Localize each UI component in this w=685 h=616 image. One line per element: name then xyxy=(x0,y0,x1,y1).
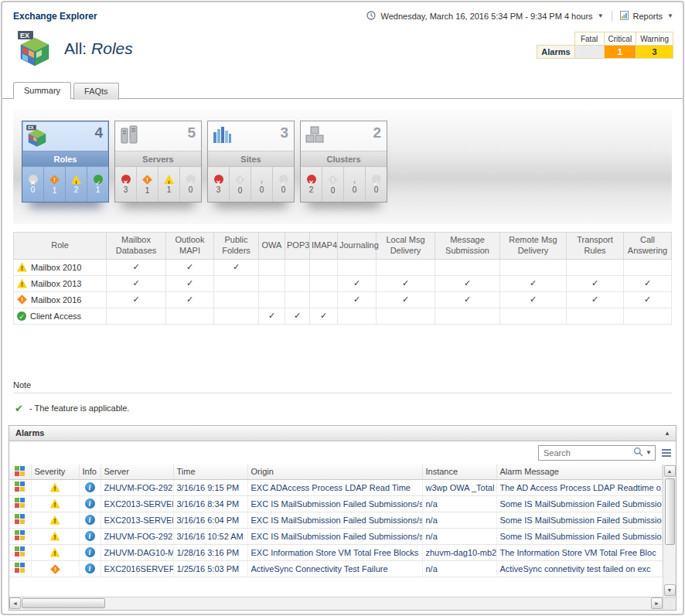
servers-normal-alarms[interactable]: 0 xyxy=(179,167,201,202)
clusters-fatal-alarms[interactable]: 2 xyxy=(301,167,322,202)
col-mailbox-databases: Mailbox Databases xyxy=(107,233,166,260)
applicable-check-icon xyxy=(13,403,25,414)
collapse-panel-icon[interactable]: ▲ xyxy=(664,430,670,437)
col-server[interactable]: Server xyxy=(101,465,173,480)
tile-label-sites: Sites xyxy=(208,151,294,166)
info-icon[interactable] xyxy=(85,563,95,573)
fatal-count-cell[interactable] xyxy=(574,46,604,59)
time-range-selector[interactable]: Wednesday, March 16, 2016 5:34 PM - 9:34… xyxy=(380,12,592,21)
alarm-summary-table: Fatal Critical Warning Alarms 1 3 xyxy=(537,32,673,59)
sites-critical-alarms[interactable]: 0 xyxy=(229,167,250,202)
col-transport-rules: Transport Rules xyxy=(567,233,624,260)
exchange-explorer-window: Exchange Explorer Wednesday, March 16, 2… xyxy=(1,1,684,615)
role-mailbox-2010[interactable]: Mailbox 2010 xyxy=(14,263,106,272)
col-instance[interactable]: Instance xyxy=(422,465,496,480)
chevron-down-icon[interactable]: ▼ xyxy=(598,13,604,19)
info-icon[interactable] xyxy=(85,547,95,557)
role-client-access[interactable]: Client Access xyxy=(14,311,106,321)
tile-roles[interactable]: EX 4 Roles 0 1 2 1 xyxy=(22,121,109,202)
vertical-scrollbar[interactable]: ▲ ▼ xyxy=(663,465,676,597)
page-title-name: Roles xyxy=(91,39,133,57)
col-role: Role xyxy=(14,233,107,260)
col-origin[interactable]: Origin xyxy=(247,465,422,480)
alarm-origin: EXC IS MailSubmission Failed Submissions… xyxy=(247,495,422,512)
col-owa: OWA xyxy=(259,233,285,260)
warning-icon xyxy=(50,548,60,557)
alarm-instance: n/a xyxy=(422,495,496,512)
horizontal-scrollbar[interactable]: ◄ ► xyxy=(9,597,663,610)
roles-warning-alarms[interactable]: 2 xyxy=(65,167,87,202)
exchange-icon xyxy=(15,466,25,476)
col-outlook-mapi: Outlook MAPI xyxy=(166,233,214,260)
note-legend-text: - The feature is applicable. xyxy=(29,403,129,413)
alarm-row[interactable]: ZHUVM-DAG10-MB2 1/28/16 3:16 PM EXC Info… xyxy=(9,544,663,560)
alarm-server: EXC2016SERVER xyxy=(101,560,173,577)
warning-icon xyxy=(50,483,60,492)
clusters-normal-alarms[interactable]: 0 xyxy=(365,167,387,202)
alarm-instance: zhuvm-dag10-mb2 xyxy=(422,544,496,560)
time-range-icon xyxy=(366,11,376,22)
chevron-down-icon[interactable]: ▼ xyxy=(667,13,673,19)
alarm-time: 3/16/16 6:04 PM xyxy=(173,512,247,528)
scroll-right-button[interactable]: ► xyxy=(651,597,663,609)
col-alarm-message[interactable]: Alarm Message xyxy=(496,465,663,480)
role-mailbox-2013[interactable]: Mailbox 2013 xyxy=(14,279,106,288)
clusters-count: 2 xyxy=(373,124,381,141)
sites-normal-alarms[interactable]: 0 xyxy=(272,167,294,202)
reports-menu[interactable]: Reports xyxy=(633,12,663,21)
alarm-server: ZHUVM-FOG-2927 xyxy=(101,479,173,495)
alarm-message: The Information Store VM Total Free Bloc xyxy=(496,544,663,560)
info-icon[interactable] xyxy=(85,515,95,525)
roles-count: 4 xyxy=(94,124,103,141)
alarm-row[interactable]: ZHUVM-FOG-2927 3/16/16 10:52 AM EXC IS M… xyxy=(9,528,663,544)
search-icon[interactable] xyxy=(633,446,643,460)
exchange-icon xyxy=(15,482,25,492)
table-options-icon[interactable] xyxy=(662,449,671,457)
tab-faqts[interactable]: FAQts xyxy=(73,83,119,100)
alarm-row[interactable]: ZHUVM-FOG-2927 3/16/16 9:15 PM EXC ADAcc… xyxy=(9,479,663,495)
alarm-message: ActiveSync connetivity test failed on ex… xyxy=(496,560,663,577)
col-select-icon[interactable] xyxy=(9,465,31,480)
servers-critical-alarms[interactable]: 1 xyxy=(136,167,158,202)
alarm-row[interactable]: EXC2013-SERVER 3/16/16 8:34 PM EXC IS Ma… xyxy=(9,495,663,512)
role-mailbox-2016[interactable]: Mailbox 2016 xyxy=(14,294,106,305)
alarm-message: The AD Access Process LDAP Readtime o xyxy=(496,479,663,495)
tile-servers[interactable]: 5 Servers 3 1 1 0 xyxy=(114,121,202,202)
search-box[interactable]: ▼ xyxy=(538,445,656,461)
alarm-instance: w3wp OWA _Total xyxy=(422,479,496,495)
scroll-down-button[interactable]: ▼ xyxy=(664,584,676,596)
tab-summary[interactable]: Summary xyxy=(13,82,71,99)
roles-normal-alarms[interactable]: 1 xyxy=(87,167,108,202)
roles-fatal-alarms[interactable]: 0 xyxy=(22,167,43,202)
col-severity[interactable]: Severity xyxy=(31,465,79,480)
tile-clusters[interactable]: 2 Clusters 2 0 0 0 xyxy=(300,121,387,202)
critical-header: Critical xyxy=(604,32,636,46)
warning-icon xyxy=(257,175,267,184)
servers-warning-alarms[interactable]: 1 xyxy=(158,167,179,202)
servers-fatal-alarms[interactable]: 3 xyxy=(115,167,136,202)
col-info[interactable]: Info xyxy=(79,465,101,480)
col-time[interactable]: Time xyxy=(173,465,247,480)
sites-fatal-alarms[interactable]: 3 xyxy=(208,167,229,202)
critical-count-cell[interactable]: 1 xyxy=(604,46,636,59)
fatal-icon xyxy=(29,175,38,184)
tile-sites[interactable]: 3 Sites 3 0 0 0 xyxy=(207,121,295,202)
alarm-row[interactable]: EXC2016SERVER 1/25/16 5:03 PM ActiveSync… xyxy=(9,560,663,577)
alarm-row[interactable]: EXC2013-SERVER 3/16/16 6:04 PM EXC IS Ma… xyxy=(9,512,663,528)
clusters-critical-alarms[interactable]: 0 xyxy=(322,167,343,202)
clusters-warning-alarms[interactable]: 0 xyxy=(343,167,365,202)
warning-count-cell[interactable]: 3 xyxy=(636,46,673,59)
roles-critical-alarms[interactable]: 1 xyxy=(43,167,65,202)
horizontal-scroll-thumb[interactable] xyxy=(22,598,105,608)
vertical-scroll-thumb[interactable] xyxy=(665,478,675,545)
info-icon[interactable] xyxy=(85,482,95,492)
info-icon[interactable] xyxy=(85,499,95,509)
scroll-up-button[interactable]: ▲ xyxy=(664,465,676,477)
sites-warning-alarms[interactable]: 0 xyxy=(250,167,272,202)
fatal-header: Fatal xyxy=(574,32,604,46)
scroll-left-button[interactable]: ◄ xyxy=(9,597,21,609)
search-options-icon[interactable]: ▼ xyxy=(646,450,652,456)
info-icon[interactable] xyxy=(85,531,95,541)
alarm-server: EXC2013-SERVER xyxy=(101,512,173,528)
search-input[interactable] xyxy=(544,448,631,458)
